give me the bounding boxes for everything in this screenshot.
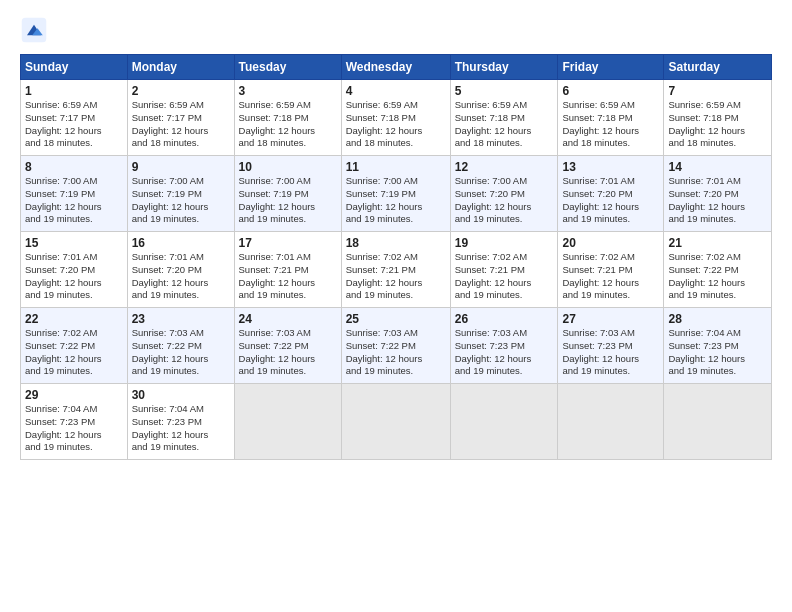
calendar-cell: 9 Sunrise: 7:00 AM Sunset: 7:19 PM Dayli…	[127, 156, 234, 232]
col-header-thursday: Thursday	[450, 55, 558, 80]
week-row-4: 22 Sunrise: 7:02 AM Sunset: 7:22 PM Dayl…	[21, 308, 772, 384]
calendar-cell: 2 Sunrise: 6:59 AM Sunset: 7:17 PM Dayli…	[127, 80, 234, 156]
day-number: 17	[239, 236, 337, 250]
day-number: 28	[668, 312, 767, 326]
day-number: 21	[668, 236, 767, 250]
day-number: 23	[132, 312, 230, 326]
day-number: 15	[25, 236, 123, 250]
day-number: 27	[562, 312, 659, 326]
calendar-cell	[558, 384, 664, 460]
calendar-table: SundayMondayTuesdayWednesdayThursdayFrid…	[20, 54, 772, 460]
col-header-wednesday: Wednesday	[341, 55, 450, 80]
calendar-cell: 3 Sunrise: 6:59 AM Sunset: 7:18 PM Dayli…	[234, 80, 341, 156]
calendar-cell: 10 Sunrise: 7:00 AM Sunset: 7:19 PM Dayl…	[234, 156, 341, 232]
calendar-cell: 5 Sunrise: 6:59 AM Sunset: 7:18 PM Dayli…	[450, 80, 558, 156]
day-number: 26	[455, 312, 554, 326]
day-number: 24	[239, 312, 337, 326]
day-info: Sunrise: 7:02 AM Sunset: 7:21 PM Dayligh…	[455, 251, 554, 302]
day-number: 1	[25, 84, 123, 98]
day-info: Sunrise: 7:00 AM Sunset: 7:20 PM Dayligh…	[455, 175, 554, 226]
calendar-cell: 7 Sunrise: 6:59 AM Sunset: 7:18 PM Dayli…	[664, 80, 772, 156]
day-info: Sunrise: 7:03 AM Sunset: 7:23 PM Dayligh…	[455, 327, 554, 378]
calendar-cell: 29 Sunrise: 7:04 AM Sunset: 7:23 PM Dayl…	[21, 384, 128, 460]
day-info: Sunrise: 7:01 AM Sunset: 7:20 PM Dayligh…	[562, 175, 659, 226]
day-info: Sunrise: 7:02 AM Sunset: 7:21 PM Dayligh…	[346, 251, 446, 302]
day-number: 25	[346, 312, 446, 326]
calendar-cell: 26 Sunrise: 7:03 AM Sunset: 7:23 PM Dayl…	[450, 308, 558, 384]
day-info: Sunrise: 7:01 AM Sunset: 7:20 PM Dayligh…	[25, 251, 123, 302]
day-number: 9	[132, 160, 230, 174]
day-number: 12	[455, 160, 554, 174]
calendar-cell: 24 Sunrise: 7:03 AM Sunset: 7:22 PM Dayl…	[234, 308, 341, 384]
header	[20, 16, 772, 44]
calendar-cell	[341, 384, 450, 460]
calendar-cell: 19 Sunrise: 7:02 AM Sunset: 7:21 PM Dayl…	[450, 232, 558, 308]
day-number: 5	[455, 84, 554, 98]
logo	[20, 16, 52, 44]
day-number: 11	[346, 160, 446, 174]
calendar-cell: 13 Sunrise: 7:01 AM Sunset: 7:20 PM Dayl…	[558, 156, 664, 232]
day-number: 7	[668, 84, 767, 98]
day-number: 29	[25, 388, 123, 402]
day-number: 20	[562, 236, 659, 250]
calendar-cell: 15 Sunrise: 7:01 AM Sunset: 7:20 PM Dayl…	[21, 232, 128, 308]
day-info: Sunrise: 7:00 AM Sunset: 7:19 PM Dayligh…	[346, 175, 446, 226]
calendar-cell: 4 Sunrise: 6:59 AM Sunset: 7:18 PM Dayli…	[341, 80, 450, 156]
calendar-cell: 20 Sunrise: 7:02 AM Sunset: 7:21 PM Dayl…	[558, 232, 664, 308]
day-info: Sunrise: 7:03 AM Sunset: 7:22 PM Dayligh…	[239, 327, 337, 378]
col-header-sunday: Sunday	[21, 55, 128, 80]
page: SundayMondayTuesdayWednesdayThursdayFrid…	[0, 0, 792, 612]
day-info: Sunrise: 6:59 AM Sunset: 7:17 PM Dayligh…	[132, 99, 230, 150]
day-number: 14	[668, 160, 767, 174]
day-number: 4	[346, 84, 446, 98]
day-info: Sunrise: 6:59 AM Sunset: 7:18 PM Dayligh…	[562, 99, 659, 150]
day-info: Sunrise: 7:04 AM Sunset: 7:23 PM Dayligh…	[25, 403, 123, 454]
day-number: 22	[25, 312, 123, 326]
calendar-cell: 27 Sunrise: 7:03 AM Sunset: 7:23 PM Dayl…	[558, 308, 664, 384]
calendar-header-row: SundayMondayTuesdayWednesdayThursdayFrid…	[21, 55, 772, 80]
calendar-cell: 23 Sunrise: 7:03 AM Sunset: 7:22 PM Dayl…	[127, 308, 234, 384]
day-info: Sunrise: 7:01 AM Sunset: 7:20 PM Dayligh…	[132, 251, 230, 302]
calendar-cell: 12 Sunrise: 7:00 AM Sunset: 7:20 PM Dayl…	[450, 156, 558, 232]
calendar-cell	[450, 384, 558, 460]
day-info: Sunrise: 6:59 AM Sunset: 7:18 PM Dayligh…	[668, 99, 767, 150]
week-row-2: 8 Sunrise: 7:00 AM Sunset: 7:19 PM Dayli…	[21, 156, 772, 232]
day-number: 3	[239, 84, 337, 98]
day-info: Sunrise: 7:04 AM Sunset: 7:23 PM Dayligh…	[668, 327, 767, 378]
day-info: Sunrise: 7:02 AM Sunset: 7:22 PM Dayligh…	[25, 327, 123, 378]
day-info: Sunrise: 7:01 AM Sunset: 7:21 PM Dayligh…	[239, 251, 337, 302]
calendar-cell: 1 Sunrise: 6:59 AM Sunset: 7:17 PM Dayli…	[21, 80, 128, 156]
day-info: Sunrise: 6:59 AM Sunset: 7:18 PM Dayligh…	[455, 99, 554, 150]
day-info: Sunrise: 7:03 AM Sunset: 7:22 PM Dayligh…	[346, 327, 446, 378]
calendar-cell: 21 Sunrise: 7:02 AM Sunset: 7:22 PM Dayl…	[664, 232, 772, 308]
calendar-cell: 17 Sunrise: 7:01 AM Sunset: 7:21 PM Dayl…	[234, 232, 341, 308]
week-row-3: 15 Sunrise: 7:01 AM Sunset: 7:20 PM Dayl…	[21, 232, 772, 308]
col-header-saturday: Saturday	[664, 55, 772, 80]
calendar-cell: 28 Sunrise: 7:04 AM Sunset: 7:23 PM Dayl…	[664, 308, 772, 384]
day-number: 6	[562, 84, 659, 98]
day-info: Sunrise: 7:00 AM Sunset: 7:19 PM Dayligh…	[132, 175, 230, 226]
calendar-cell: 25 Sunrise: 7:03 AM Sunset: 7:22 PM Dayl…	[341, 308, 450, 384]
calendar-cell	[664, 384, 772, 460]
day-number: 16	[132, 236, 230, 250]
calendar-cell: 18 Sunrise: 7:02 AM Sunset: 7:21 PM Dayl…	[341, 232, 450, 308]
day-number: 30	[132, 388, 230, 402]
week-row-1: 1 Sunrise: 6:59 AM Sunset: 7:17 PM Dayli…	[21, 80, 772, 156]
day-number: 8	[25, 160, 123, 174]
week-row-5: 29 Sunrise: 7:04 AM Sunset: 7:23 PM Dayl…	[21, 384, 772, 460]
day-info: Sunrise: 7:03 AM Sunset: 7:22 PM Dayligh…	[132, 327, 230, 378]
calendar-cell	[234, 384, 341, 460]
day-info: Sunrise: 6:59 AM Sunset: 7:18 PM Dayligh…	[346, 99, 446, 150]
day-info: Sunrise: 6:59 AM Sunset: 7:17 PM Dayligh…	[25, 99, 123, 150]
day-info: Sunrise: 7:00 AM Sunset: 7:19 PM Dayligh…	[25, 175, 123, 226]
day-number: 13	[562, 160, 659, 174]
day-info: Sunrise: 7:03 AM Sunset: 7:23 PM Dayligh…	[562, 327, 659, 378]
calendar-cell: 22 Sunrise: 7:02 AM Sunset: 7:22 PM Dayl…	[21, 308, 128, 384]
calendar-cell: 8 Sunrise: 7:00 AM Sunset: 7:19 PM Dayli…	[21, 156, 128, 232]
col-header-friday: Friday	[558, 55, 664, 80]
col-header-monday: Monday	[127, 55, 234, 80]
day-number: 18	[346, 236, 446, 250]
calendar-cell: 16 Sunrise: 7:01 AM Sunset: 7:20 PM Dayl…	[127, 232, 234, 308]
calendar-cell: 14 Sunrise: 7:01 AM Sunset: 7:20 PM Dayl…	[664, 156, 772, 232]
calendar-cell: 30 Sunrise: 7:04 AM Sunset: 7:23 PM Dayl…	[127, 384, 234, 460]
